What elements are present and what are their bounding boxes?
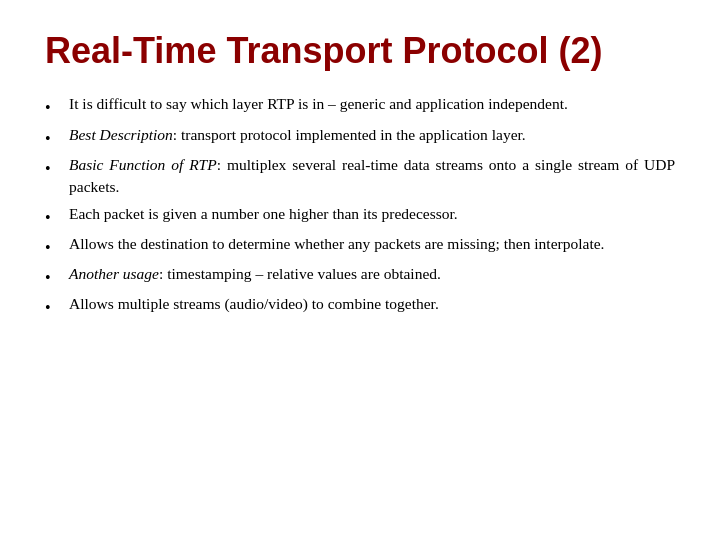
bullet-text-5: Allows the destination to determine whet… (69, 233, 675, 255)
bullet-item-4: • Each packet is given a number one high… (45, 203, 675, 229)
slide: Real-Time Transport Protocol (2) • It is… (0, 0, 720, 540)
bullet-item-1: • It is difficult to say which layer RTP… (45, 93, 675, 119)
bullet-dot-1: • (45, 96, 59, 119)
bullet-text-2-italic: Best Description (69, 126, 173, 143)
bullet-text-3-italic: Basic Function of RTP (69, 156, 217, 173)
bullet-dot-5: • (45, 236, 59, 259)
bullet-item-7: • Allows multiple streams (audio/video) … (45, 293, 675, 319)
bullet-dot-4: • (45, 206, 59, 229)
bullet-dot-3: • (45, 157, 59, 180)
bullet-text-6-italic: Another usage (69, 265, 159, 282)
bullet-text-6: Another usage: timestamping – relative v… (69, 263, 675, 285)
slide-title: Real-Time Transport Protocol (2) (45, 30, 675, 71)
bullet-text-2: Best Description: transport protocol imp… (69, 124, 675, 146)
bullet-text-4: Each packet is given a number one higher… (69, 203, 675, 225)
bullet-item-3: • Basic Function of RTP: multiplex sever… (45, 154, 675, 199)
bullet-item-5: • Allows the destination to determine wh… (45, 233, 675, 259)
bullet-dot-6: • (45, 266, 59, 289)
bullet-text-3: Basic Function of RTP: multiplex several… (69, 154, 675, 199)
bullet-item-6: • Another usage: timestamping – relative… (45, 263, 675, 289)
bullet-item-2: • Best Description: transport protocol i… (45, 124, 675, 150)
bullet-text-1: It is difficult to say which layer RTP i… (69, 93, 675, 115)
bullet-dot-2: • (45, 127, 59, 150)
bullet-dot-7: • (45, 296, 59, 319)
bullet-text-7: Allows multiple streams (audio/video) to… (69, 293, 675, 315)
bullet-list: • It is difficult to say which layer RTP… (45, 93, 675, 323)
